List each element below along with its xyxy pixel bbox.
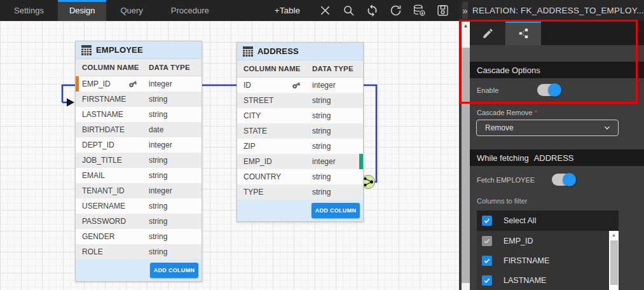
entity-title: EMPLOYEE	[96, 45, 143, 55]
close-icon[interactable]	[317, 3, 332, 18]
enable-label: Enable	[477, 86, 498, 94]
tab-settings[interactable]: Settings	[0, 0, 58, 21]
entity-footer: ADD COLUMN	[76, 259, 202, 281]
entity-footer: ADD COLUMN	[237, 200, 363, 221]
add-column-button[interactable]: ADD COLUMN	[150, 263, 198, 278]
scroll-up-icon[interactable]: ▲	[609, 231, 619, 239]
column-header-row: COLUMN NAME DATA TYPE	[237, 60, 363, 78]
tab-procedure[interactable]: Procedure	[157, 0, 223, 21]
panel-titlebar: » RELATION: FK_ADDRESS_TO_EMPLOY...	[459, 0, 644, 21]
properties-panel: » RELATION: FK_ADDRESS_TO_EMPLOY... ▲	[459, 0, 644, 290]
export-database-icon[interactable]	[411, 3, 427, 18]
table-row[interactable]: TYPEstring	[237, 184, 363, 200]
search-icon[interactable]	[341, 3, 356, 18]
panel-scrollbar[interactable]: ▲	[462, 21, 470, 290]
filter-item-firstname[interactable]: FIRSTNAME	[477, 251, 619, 270]
table-icon	[81, 45, 92, 55]
refresh-icon[interactable]	[388, 3, 403, 18]
entity-address-header[interactable]: ADDRESS	[237, 43, 363, 60]
add-table-button[interactable]: +Table	[275, 6, 300, 15]
checkbox-checked-icon[interactable]	[482, 216, 492, 226]
entity-address[interactable]: ADDRESS COLUMN NAME DATA TYPE ID integer…	[236, 42, 364, 222]
fetch-employee-toggle[interactable]	[552, 174, 575, 186]
filter-item-lastname[interactable]: LASTNAME	[477, 270, 619, 290]
app-window: Settings Design Query Procedure +Table	[0, 0, 644, 290]
table-row[interactable]: CITYstring	[237, 108, 363, 123]
table-row-fk-emp-id[interactable]: EMP_ID integer	[237, 154, 363, 169]
table-row-emp-id[interactable]: EMP_ID integer	[76, 76, 202, 92]
entity-employee-header[interactable]: EMPLOYEE	[76, 41, 202, 59]
fetch-employee-label: Fetch EMPLOYEE	[477, 176, 535, 184]
scrollbar-thumb[interactable]	[462, 48, 470, 283]
columns-to-filter-label: Columns to filter	[477, 197, 527, 205]
sync-icon[interactable]	[364, 3, 380, 18]
tab-edit-relation[interactable]	[470, 21, 505, 45]
panel-body: Cascade Options Enable Cascade Remove * …	[470, 21, 644, 290]
table-row[interactable]: STATEstring	[237, 123, 363, 139]
pk-row-marker	[76, 76, 79, 92]
table-row[interactable]: ZIPstring	[237, 139, 363, 154]
top-menu-bar: Settings Design Query Procedure +Table	[0, 0, 459, 21]
entity-title: ADDRESS	[257, 46, 299, 56]
table-row[interactable]: EMAILstring	[76, 168, 202, 183]
columns-filter-list: Select All EMP_ID FIRSTNAME LASTNAME	[477, 211, 619, 290]
chevron-down-icon	[603, 123, 612, 132]
cascade-options-header: Cascade Options	[470, 62, 644, 78]
checkbox-checked-icon[interactable]	[482, 256, 492, 266]
select-all-row[interactable]: Select All	[477, 211, 619, 231]
add-column-button[interactable]: ADD COLUMN	[312, 203, 360, 218]
cascade-enable-toggle[interactable]	[537, 84, 561, 96]
diagram-canvas[interactable]	[0, 21, 462, 290]
primary-key-icon	[290, 79, 303, 92]
panel-collapse-button[interactable]: »	[462, 2, 468, 19]
table-row-id[interactable]: ID integer	[237, 78, 363, 93]
tab-query[interactable]: Query	[106, 0, 156, 21]
table-row[interactable]: STREETstring	[237, 93, 363, 108]
table-row[interactable]: BIRTHDATEdate	[76, 122, 202, 137]
pencil-icon	[482, 27, 494, 39]
entity-employee[interactable]: EMPLOYEE COLUMN NAME DATA TYPE EMP_ID in…	[75, 41, 202, 282]
relation-arrowhead-icon	[67, 99, 74, 107]
column-header-row: COLUMN NAME DATA TYPE	[76, 59, 202, 76]
table-row[interactable]: FIRSTNAMEstring	[76, 92, 202, 107]
table-row[interactable]: USERNAMEstring	[76, 198, 202, 214]
tab-relation-settings[interactable]	[505, 21, 541, 45]
save-icon[interactable]	[435, 3, 450, 18]
table-row[interactable]: TENANT_IDinteger	[76, 183, 202, 198]
filter-list-scrollbar[interactable]: ▲	[609, 231, 619, 290]
fk-row-marker	[359, 154, 363, 169]
scroll-up-icon[interactable]: ▲	[462, 21, 470, 30]
table-icon	[243, 46, 253, 57]
required-asterisk: *	[535, 109, 537, 116]
table-row[interactable]: GENDERstring	[76, 229, 202, 244]
primary-key-icon	[127, 78, 139, 90]
relation-title: RELATION: FK_ADDRESS_TO_EMPLOY...	[472, 6, 644, 15]
cascade-remove-select[interactable]: Remove	[476, 120, 619, 136]
cascade-remove-label: Cascade Remove *	[477, 109, 537, 116]
filter-item-emp-id[interactable]: EMP_ID	[477, 231, 619, 251]
table-row[interactable]: LASTNAMEstring	[76, 107, 202, 122]
checkbox-checked-icon[interactable]	[482, 275, 492, 286]
toolbar: +Table	[275, 0, 459, 21]
relation-connector-line[interactable]	[0, 21, 462, 290]
table-row[interactable]: JOB_TITLEstring	[76, 153, 202, 168]
checkbox-disabled-icon	[482, 236, 492, 246]
scrollbar-thumb[interactable]	[610, 240, 618, 285]
tab-design[interactable]: Design	[58, 0, 106, 21]
relation-icon	[517, 27, 530, 39]
table-row[interactable]: DEPT_IDinteger	[76, 137, 202, 153]
table-row[interactable]: PASSWORDstring	[76, 214, 202, 229]
panel-tabs	[470, 21, 644, 45]
table-row[interactable]: ROLEstring	[76, 244, 202, 259]
table-row[interactable]: COUNTRYstring	[237, 169, 363, 184]
while-fetching-header: While fetching ADDRESS	[470, 149, 644, 166]
